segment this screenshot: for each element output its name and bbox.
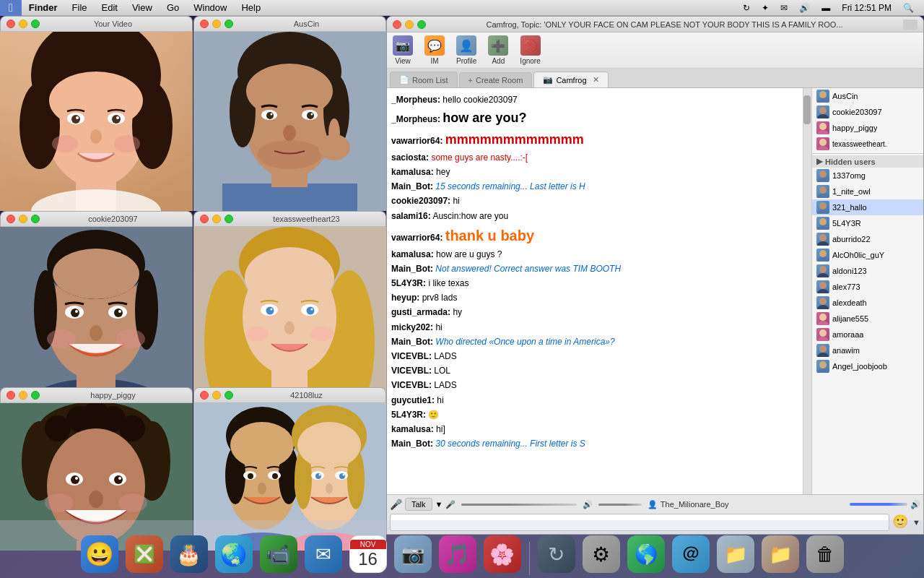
svg-point-114: [343, 474, 345, 476]
user-1niteowl[interactable]: 1_nite_owl: [812, 184, 923, 199]
dock-mail[interactable]: ✉: [302, 533, 344, 575]
svg-point-31: [311, 113, 313, 116]
minimize-button-2[interactable]: [212, 20, 221, 28]
chat-line: cookie203097: hi: [391, 194, 798, 208]
dock-trash[interactable]: 🗑: [804, 533, 846, 575]
dock: 😀 ❎ 🎂 🌏 📹 ✉: [0, 520, 924, 578]
dock-folder-docs[interactable]: 📁: [759, 533, 801, 575]
svg-rect-34: [222, 184, 357, 211]
svg-rect-37: [271, 173, 308, 187]
dock-finder[interactable]: 😀: [79, 533, 121, 575]
menu-file[interactable]: File: [65, 0, 95, 16]
search-icon[interactable]: 🔍: [900, 3, 917, 13]
camfrog-close[interactable]: [393, 20, 401, 29]
volume-icon-2: 🔊: [910, 500, 920, 509]
auscin-title: AusCin: [233, 20, 380, 28]
scroll-thumb[interactable]: [803, 95, 811, 124]
menu-bar:  Finder File Edit View Go Window Help ↻…: [0, 0, 924, 16]
user-alex773[interactable]: alex773: [812, 279, 923, 295]
menu-window[interactable]: Window: [186, 0, 234, 16]
dock-safari[interactable]: 🌏: [213, 533, 255, 575]
dock-photos2[interactable]: 📷: [392, 533, 434, 575]
username-alex773: alex773: [832, 282, 860, 291]
user-angeljoob[interactable]: Angel_joobjoob: [812, 358, 923, 374]
chat-line: 5L4Y3R: 🙂: [391, 408, 798, 422]
menu-edit[interactable]: Edit: [95, 0, 125, 16]
close-button-2[interactable]: [200, 20, 209, 28]
camfrog-maximize[interactable]: [417, 20, 426, 29]
user-1337omg[interactable]: 1337omg: [812, 168, 923, 184]
camfrog-minimize[interactable]: [405, 20, 414, 29]
quality-slider[interactable]: [850, 503, 907, 506]
dock-launchpad[interactable]: ❎: [123, 533, 165, 575]
chat-scrollbar[interactable]: [803, 88, 811, 494]
minimize-button-4[interactable]: [212, 215, 221, 223]
menu-go[interactable]: Go: [160, 0, 186, 16]
user-texas[interactable]: texassweetheart.: [812, 136, 923, 152]
user-cookie[interactable]: cookie203097: [812, 104, 923, 120]
camfrog-zoom-btn[interactable]: [903, 20, 918, 30]
minimize-button-5[interactable]: [19, 391, 27, 400]
dock-camfrog[interactable]: 🌎: [625, 533, 667, 575]
dock-iphoto[interactable]: 🌸: [481, 533, 523, 575]
dock-appstore[interactable]: ＠: [670, 533, 712, 575]
maximize-button-6[interactable]: [225, 391, 233, 400]
dock-timemachine[interactable]: ↻: [536, 533, 578, 575]
svg-point-9: [71, 115, 80, 124]
volume-slider[interactable]: [598, 504, 642, 506]
im-button[interactable]: 💬 IM: [424, 35, 445, 65]
tab-create-room[interactable]: + Create Room: [459, 72, 533, 87]
close-button-3[interactable]: [6, 215, 15, 223]
menu-help[interactable]: Help: [234, 0, 268, 16]
minimize-button-1[interactable]: [19, 20, 27, 28]
tab-room-list[interactable]: 📄 Room List: [390, 72, 458, 87]
close-button-1[interactable]: [6, 20, 15, 28]
chat-area[interactable]: _Morpheus: hello cookie203097 _Morpheus:…: [387, 88, 803, 494]
maximize-button-2[interactable]: [225, 20, 233, 28]
chat-line: Main_Bot: Who directed «Once upon a time…: [391, 335, 798, 349]
maximize-button-4[interactable]: [225, 215, 233, 223]
add-button[interactable]: ➕ Add: [488, 35, 508, 65]
dock-sysprefs[interactable]: ⚙: [580, 533, 622, 575]
close-button-4[interactable]: [200, 215, 209, 223]
apple-menu[interactable]: : [0, 0, 22, 16]
dock-eagle[interactable]: 🎂: [168, 533, 210, 575]
auscin-titlebar: AusCin: [193, 16, 386, 32]
user-anawim[interactable]: anawim: [812, 342, 923, 358]
user-alexdeath[interactable]: alexdeath: [812, 295, 923, 311]
menu-view[interactable]: View: [125, 0, 160, 16]
user-happy[interactable]: happy_piggy: [812, 120, 923, 136]
dock-facetime[interactable]: 📹: [258, 533, 300, 575]
tab-camfrog[interactable]: 📷 Camfrog ✕: [533, 72, 608, 87]
user-alcoh0lic[interactable]: AlcOh0lic_guY: [812, 247, 923, 263]
maximize-button-1[interactable]: [31, 20, 40, 28]
menu-finder[interactable]: Finder: [22, 0, 65, 16]
dock-folder-apps[interactable]: 📁: [715, 533, 757, 575]
user-auscin[interactable]: AusCin: [812, 88, 923, 104]
user-5l4y3r[interactable]: 5L4Y3R: [812, 215, 923, 231]
user-aburrido22[interactable]: aburrido22: [812, 231, 923, 247]
mic-slider[interactable]: [461, 504, 576, 506]
ignore-button[interactable]: 🚫 Ignore: [520, 35, 540, 65]
dock-calendar[interactable]: NOV 16: [347, 533, 389, 575]
dock-itunes[interactable]: 🎵: [437, 533, 479, 575]
view-button[interactable]: 📷 View: [393, 35, 413, 65]
minimize-button-3[interactable]: [19, 215, 27, 223]
close-button-6[interactable]: [200, 391, 209, 400]
user-alijane555[interactable]: alijane555: [812, 311, 923, 327]
minimize-button-6[interactable]: [212, 391, 221, 400]
user-321hallo[interactable]: 321_hallo: [812, 199, 923, 215]
dropdown-icon[interactable]: ▼: [435, 500, 443, 509]
talk-button[interactable]: Talk: [405, 498, 432, 511]
maximize-button-5[interactable]: [31, 391, 40, 400]
user-amoraaa[interactable]: amoraaa: [812, 327, 923, 342]
chat-line: Main_Bot: 30 seconds remaining... First …: [391, 437, 798, 451]
time-machine-icon: ↻: [740, 3, 753, 13]
svg-point-50: [75, 310, 78, 313]
tab-close-icon[interactable]: ✕: [593, 75, 599, 85]
close-button-5[interactable]: [6, 391, 15, 400]
chat-controls: 🎤 Talk ▼ 🎤 🔊 👤 The_Milionare_Boy 🔊: [390, 498, 920, 511]
profile-button[interactable]: 👤 Profile: [456, 35, 476, 65]
maximize-button-3[interactable]: [31, 215, 40, 223]
user-aldoni123[interactable]: aldoni123: [812, 263, 923, 279]
